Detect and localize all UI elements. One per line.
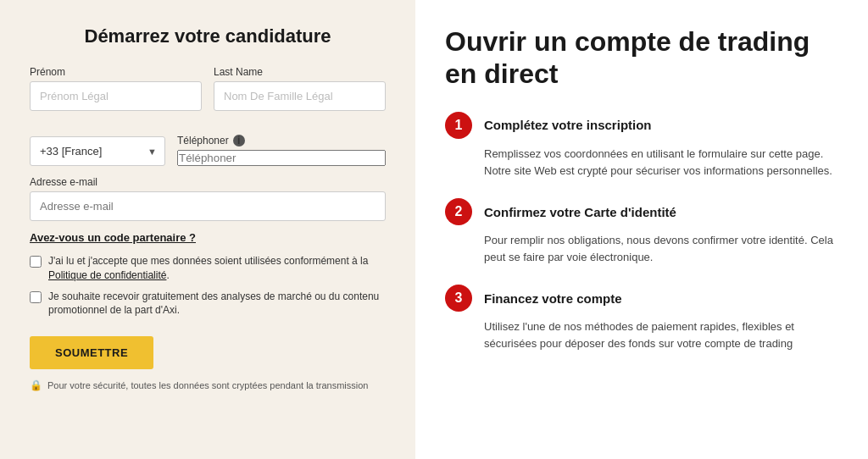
right-title-line1: Ouvrir un compte de trading xyxy=(445,26,810,57)
step-1-header: 1 Complétez votre inscription xyxy=(445,112,834,139)
phone-code-label xyxy=(30,121,165,133)
step-2-number: 2 xyxy=(445,198,472,225)
phone-row: +33 [France] +1 [USA] +44 [UK] ▼ Télépho… xyxy=(30,121,386,166)
name-row: Prénom Last Name xyxy=(30,66,386,111)
step-3-header: 3 Financez votre compte xyxy=(445,285,834,312)
step-1-desc: Remplissez vos coordonnées en utilisant … xyxy=(445,146,834,180)
step-3-title: Financez votre compte xyxy=(484,291,622,306)
privacy-policy-link[interactable]: Politique de confidentialité xyxy=(48,269,166,281)
marketing-checkbox[interactable] xyxy=(30,291,42,303)
step-2: 2 Confirmez votre Carte d'identité Pour … xyxy=(445,198,834,266)
phone-code-group: +33 [France] +1 [USA] +44 [UK] ▼ xyxy=(30,121,165,166)
right-title-line2: en direct xyxy=(445,58,558,89)
lastname-input[interactable] xyxy=(214,81,386,111)
prenom-label: Prénom xyxy=(30,66,202,78)
step-2-desc: Pour remplir nos obligations, nous devon… xyxy=(445,232,834,266)
step-3-desc: Utilisez l'une de nos méthodes de paieme… xyxy=(445,318,834,352)
security-note: 🔒 Pour votre sécurité, toutes les donnée… xyxy=(30,379,386,391)
form-title: Démarrez votre candidature xyxy=(30,25,386,47)
phone-label: Téléphoner xyxy=(177,135,229,147)
privacy-checkbox[interactable] xyxy=(30,256,42,268)
left-panel: Démarrez votre candidature Prénom Last N… xyxy=(0,0,415,459)
security-text: Pour votre sécurité, toutes les données … xyxy=(47,380,369,390)
email-row: Adresse e-mail xyxy=(30,176,386,221)
checkbox-marketing-group: Je souhaite recevoir gratuitement des an… xyxy=(30,290,386,318)
prenom-input[interactable] xyxy=(30,81,202,111)
step-2-header: 2 Confirmez votre Carte d'identité xyxy=(445,198,834,225)
checkbox-privacy-group: J'ai lu et j'accepte que mes données soi… xyxy=(30,254,386,283)
submit-button[interactable]: SOUMETTRE xyxy=(30,336,153,369)
step-1-title: Complétez votre inscription xyxy=(484,118,652,132)
lock-icon: 🔒 xyxy=(30,379,42,391)
lastname-group: Last Name xyxy=(214,66,386,111)
step-1-number: 1 xyxy=(445,112,472,139)
email-label: Adresse e-mail xyxy=(30,176,386,188)
phone-input[interactable] xyxy=(177,150,386,166)
email-input[interactable] xyxy=(30,191,386,221)
step-3: 3 Financez votre compte Utilisez l'une d… xyxy=(445,285,834,352)
info-icon[interactable]: i xyxy=(233,135,245,147)
phone-label-row: Téléphoner i xyxy=(177,135,386,147)
lastname-label: Last Name xyxy=(214,66,386,78)
step-1: 1 Complétez votre inscription Remplissez… xyxy=(445,112,834,180)
privacy-label: J'ai lu et j'accepte que mes données soi… xyxy=(48,254,386,283)
right-panel: Ouvrir un compte de trading en direct 1 … xyxy=(415,0,868,459)
phone-input-group: Téléphoner i xyxy=(177,135,386,166)
phone-select-wrapper: +33 [France] +1 [USA] +44 [UK] ▼ xyxy=(30,136,165,166)
prenom-group: Prénom xyxy=(30,66,202,111)
phone-code-select[interactable]: +33 [France] +1 [USA] +44 [UK] xyxy=(30,136,165,166)
step-3-number: 3 xyxy=(445,285,472,312)
step-2-title: Confirmez votre Carte d'identité xyxy=(484,205,676,219)
marketing-label: Je souhaite recevoir gratuitement des an… xyxy=(48,290,386,318)
right-title: Ouvrir un compte de trading en direct xyxy=(445,25,834,91)
partner-code-link[interactable]: Avez-vous un code partenaire ? xyxy=(30,231,196,244)
